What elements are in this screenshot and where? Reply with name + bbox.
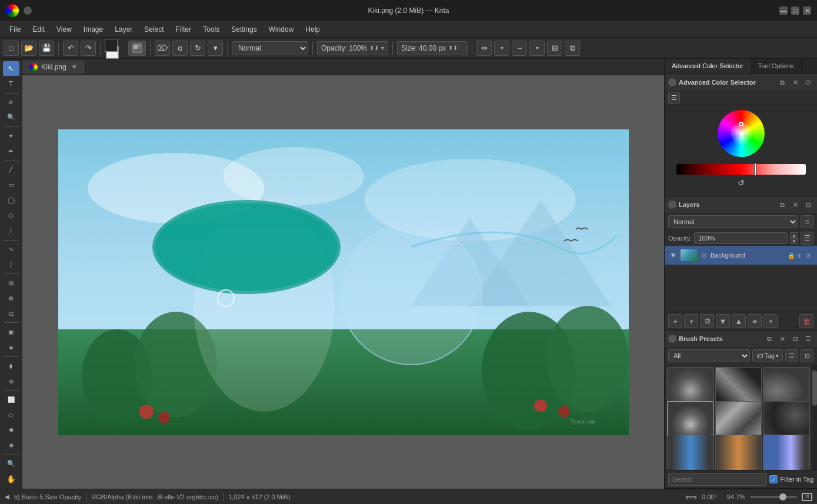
canvas-tab-close[interactable]: ✕ (70, 63, 78, 71)
size-arrows[interactable]: ⬆⬇ (448, 45, 458, 51)
tool-polygon[interactable]: ⬡ (3, 208, 19, 223)
tool-smart-fill[interactable]: ⊛ (3, 374, 19, 389)
new-document-button[interactable]: □ (4, 41, 19, 56)
opacity-down-btn[interactable]: ▼ (790, 238, 798, 244)
color-list-view-btn[interactable]: ☰ (668, 92, 680, 104)
tool-colorize[interactable]: ◈ (3, 340, 19, 355)
layer-style-btn[interactable]: ≡ (748, 314, 762, 328)
minimize-button[interactable]: — (779, 6, 788, 15)
menu-layer[interactable]: Layer (109, 24, 138, 35)
layer-extra-btn[interactable]: ⊘ (803, 250, 813, 261)
preserve-alpha-button[interactable]: α (172, 41, 188, 56)
foreground-color-swatch[interactable] (105, 39, 118, 52)
distribute-h-button[interactable]: → (512, 41, 527, 56)
tool-line[interactable]: ╱ (3, 163, 19, 178)
wrap-button[interactable]: ↻ (190, 41, 205, 56)
tool-text[interactable]: T (3, 76, 19, 91)
color-selector-settings-btn[interactable]: ⊘ (803, 77, 813, 88)
tool-contiguous-select[interactable]: ✱ (3, 423, 19, 438)
brush-scroll-thumb[interactable] (812, 371, 817, 406)
zoom-slider[interactable] (750, 496, 797, 498)
distribute-v-button[interactable]: ▾ (529, 41, 545, 56)
warp-button[interactable]: ⊞ (547, 41, 562, 56)
tool-similar-select[interactable]: ❋ (3, 438, 19, 453)
undo-button[interactable]: ↶ (63, 41, 78, 56)
extra-btn-2[interactable]: ⧉ (565, 41, 580, 56)
status-expand-btn[interactable]: ◀ (5, 493, 9, 500)
move-layer-down-btn[interactable]: ▼ (716, 314, 730, 328)
tag-btn[interactable]: 🏷 Tag ▾ (752, 349, 783, 362)
close-button[interactable]: ✕ (803, 6, 811, 15)
menu-file[interactable]: File (4, 24, 26, 35)
brush-cell-8[interactable] (715, 435, 762, 470)
tool-bezier[interactable]: ⌇ (3, 223, 19, 238)
tool-calligraphy[interactable]: ∫ (3, 257, 19, 272)
color-selector-float-btn[interactable]: ⧉ (777, 77, 788, 88)
move-layer-up-btn[interactable]: ▲ (732, 314, 746, 328)
menu-window[interactable]: Window (263, 24, 300, 35)
tool-pan[interactable]: ✋ (3, 472, 19, 486)
menu-select[interactable]: Select (138, 24, 169, 35)
opacity-arrows[interactable]: ⬆⬇ (369, 45, 379, 51)
open-button[interactable]: 📂 (21, 41, 36, 56)
window-dot[interactable] (24, 6, 32, 15)
tool-contour[interactable]: ∿ (3, 242, 19, 257)
tool-transform[interactable]: ⊞ (3, 276, 19, 291)
brush-presets-view-btn[interactable]: ⊟ (790, 333, 801, 344)
menu-filter[interactable]: Filter (170, 24, 198, 35)
brush-cell-9[interactable] (763, 435, 810, 470)
tab-tool-options[interactable]: Tool Options (751, 59, 802, 74)
tool-freehand-paint[interactable]: ✒ (3, 144, 19, 159)
tab-advanced-color-selector[interactable]: Advanced Color Selector (665, 59, 751, 74)
layers-filter-icon-btn[interactable]: ≡ (801, 215, 813, 228)
layers-blend-select[interactable]: Normal Multiply Screen (668, 215, 798, 228)
mirror-v-button[interactable]: ▾ (494, 41, 509, 56)
mirror-h-button[interactable]: ⇔ (476, 41, 492, 56)
erase-button[interactable]: ⌦ (155, 41, 170, 56)
tool-fill[interactable]: ⧫ (3, 359, 19, 373)
tool-ellipse-select[interactable]: ⬭ (3, 408, 19, 422)
opacity-extra-btn[interactable]: ▾ (381, 45, 384, 51)
brush-cell-7[interactable] (667, 435, 714, 470)
menu-view[interactable]: View (51, 24, 78, 35)
layer-eye-btn[interactable]: 👁 (668, 251, 678, 260)
tool-rect-select[interactable]: ⬜ (3, 392, 19, 407)
delete-layer-btn[interactable]: 🗑 (799, 314, 813, 328)
blend-mode-select[interactable]: Normal Multiply Screen (232, 41, 308, 55)
duplicate-layer-btn[interactable]: ⧉ (700, 314, 714, 328)
add-layer-type-btn[interactable]: ▾ (684, 314, 698, 328)
menu-help[interactable]: Help (299, 24, 326, 35)
color-wheel[interactable] (718, 110, 765, 157)
monitor-icon[interactable]: ⊡ (802, 493, 812, 501)
redo-button[interactable]: ↷ (81, 41, 96, 56)
color-refresh-btn[interactable]: ↺ (735, 177, 747, 189)
tool-gradient[interactable]: ▣ (3, 325, 19, 339)
brush-presets-close-btn[interactable]: ✕ (777, 333, 788, 344)
layers-menu-btn[interactable]: ☰ (801, 232, 813, 245)
layer-style-type-btn[interactable]: ▾ (763, 314, 778, 328)
add-layer-btn[interactable]: + (668, 314, 682, 328)
filter-in-tag-checkbox[interactable]: ✓ (769, 475, 778, 483)
brush-grid-view-btn[interactable]: ⊟ (801, 349, 813, 362)
menu-settings[interactable]: Settings (225, 24, 262, 35)
brush-presets-float-btn[interactable]: ⧉ (764, 333, 775, 344)
menu-edit[interactable]: Edit (26, 24, 51, 35)
color-gradient-bar[interactable] (676, 164, 806, 175)
brush-scroll-track[interactable] (812, 365, 817, 470)
tool-eyedropper[interactable]: 🔍 (3, 110, 19, 125)
tool-move[interactable]: ⊕ (3, 291, 19, 306)
layers-close-btn[interactable]: ✕ (790, 199, 801, 210)
menu-image[interactable]: Image (78, 24, 109, 35)
opacity-stepper[interactable]: ▲ ▼ (790, 232, 798, 244)
brush-list-view-btn[interactable]: ☰ (785, 349, 798, 362)
brush-search-input[interactable] (668, 473, 767, 486)
canvas-tab-kiki[interactable]: Kiki.png ✕ (22, 61, 86, 74)
tool-rectangle[interactable]: ▭ (3, 178, 19, 192)
save-button[interactable]: 💾 (39, 41, 54, 56)
tool-select[interactable]: ↖ (3, 61, 19, 76)
layer-background[interactable]: 👁 ⊡ Background 🔒 α ⊘ (665, 246, 817, 265)
tool-ellipse[interactable]: ◯ (3, 193, 19, 208)
canvas-viewport[interactable]: Tyson tan (22, 75, 664, 489)
extra-btn[interactable]: ▾ (208, 41, 223, 56)
tool-freehand-select[interactable]: ⌀ (3, 95, 19, 110)
